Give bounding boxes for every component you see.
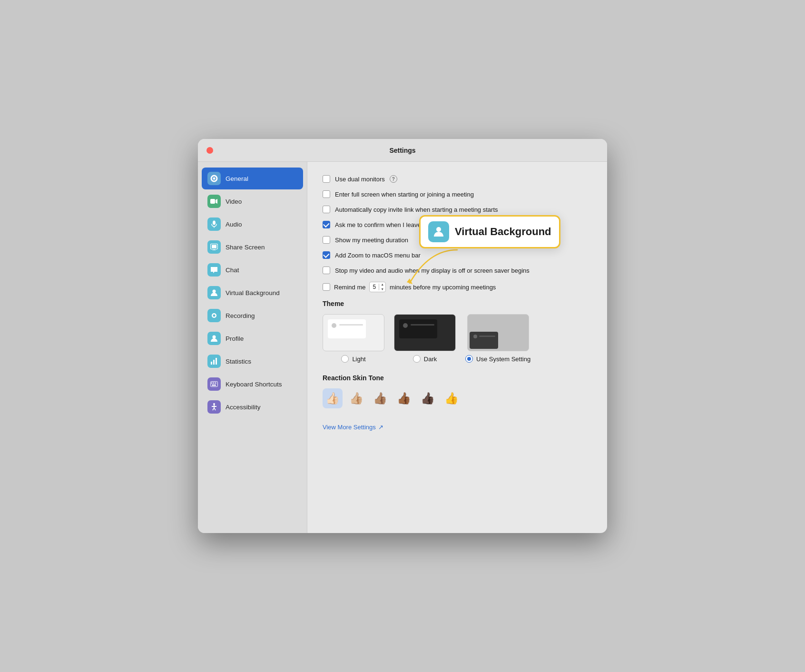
svg-rect-19: [215, 383, 216, 384]
svg-rect-13: [211, 362, 212, 365]
sidebar-item-recording[interactable]: Recording: [202, 305, 303, 326]
sidebar-item-accessibility[interactable]: Accessibility: [202, 396, 303, 418]
radio-label-system: Use System Setting: [476, 356, 530, 363]
checkbox-zoom-menu-bar[interactable]: [323, 251, 330, 259]
radio-row-dark: Dark: [413, 355, 437, 363]
sidebar-label-chat: Chat: [226, 267, 239, 274]
sidebar-item-statistics[interactable]: Statistics: [202, 350, 303, 372]
sidebar-item-profile[interactable]: Profile: [202, 327, 303, 349]
sidebar-label-video: Video: [226, 198, 242, 205]
checkbox-auto-copy[interactable]: [323, 206, 330, 213]
sidebar-label-audio: Audio: [226, 221, 242, 228]
sidebar-label-virtual-background: Virtual Background: [226, 289, 280, 296]
remind-value: 5: [370, 284, 379, 290]
accessibility-icon: [207, 400, 221, 414]
label-zoom-menu-bar: Add Zoom to macOS menu bar: [335, 252, 421, 259]
checkbox-remind[interactable]: [323, 283, 330, 291]
svg-marker-2: [216, 199, 217, 204]
help-icon-dual-monitors[interactable]: ?: [390, 175, 397, 183]
svg-line-24: [213, 408, 214, 410]
setting-row-dual-monitors: Use dual monitors ?: [323, 175, 592, 183]
radio-dark[interactable]: [413, 355, 421, 363]
radio-label-light: Light: [352, 356, 365, 363]
theme-option-light[interactable]: Light: [323, 314, 384, 363]
virtual-background-tooltip: Virtual Background: [419, 215, 560, 248]
skin-tone-option-4[interactable]: 👍🏿: [418, 388, 438, 408]
sidebar-label-accessibility: Accessibility: [226, 404, 261, 411]
setting-row-remind: Remind me 5 ▲ ▼ minutes before my upcomi…: [323, 282, 592, 292]
label-meeting-duration: Show my meeting duration: [335, 237, 408, 244]
svg-point-3: [213, 221, 216, 225]
sidebar: General Video: [198, 162, 307, 533]
sidebar-item-keyboard-shortcuts[interactable]: Keyboard Shortcuts: [202, 373, 303, 395]
svg-point-12: [213, 336, 216, 339]
checkbox-enter-fullscreen[interactable]: [323, 190, 330, 198]
svg-point-11: [213, 315, 216, 317]
theme-options: Light Dark: [323, 314, 592, 363]
checkbox-dual-monitors[interactable]: [323, 175, 330, 183]
dark-preview-inner: [399, 319, 437, 338]
svg-rect-18: [213, 383, 215, 384]
label-auto-copy: Automatically copy invite link when star…: [335, 206, 498, 213]
svg-point-9: [213, 290, 216, 293]
theme-option-dark[interactable]: Dark: [394, 314, 456, 363]
svg-point-26: [436, 227, 441, 232]
setting-row-zoom-menu-bar: Add Zoom to macOS menu bar: [323, 251, 592, 259]
sidebar-label-statistics: Statistics: [226, 358, 251, 365]
sidebar-item-audio[interactable]: Audio: [202, 213, 303, 235]
radio-system[interactable]: [465, 355, 473, 363]
label-remind-suffix: minutes before my upcoming meetings: [390, 284, 496, 291]
chat-icon: [207, 263, 221, 277]
general-icon: [207, 172, 221, 185]
setting-row-enter-fullscreen: Enter full screen when starting or joini…: [323, 190, 592, 198]
skin-tone-option-0[interactable]: 👍🏻: [323, 388, 343, 408]
profile-icon: [207, 332, 221, 345]
close-button[interactable]: [206, 147, 213, 154]
sidebar-item-general[interactable]: General: [202, 168, 303, 189]
skin-tone-option-1[interactable]: 👍🏼: [346, 388, 366, 408]
theme-option-system[interactable]: Use System Setting: [465, 314, 530, 363]
light-preview-inner: [328, 319, 366, 338]
checkbox-stop-video-audio[interactable]: [323, 267, 330, 274]
checkbox-confirm-leave[interactable]: [323, 221, 330, 228]
svg-rect-16: [211, 382, 218, 387]
tooltip-icon: [428, 221, 449, 242]
sidebar-item-share-screen[interactable]: Share Screen: [202, 236, 303, 258]
view-more-settings[interactable]: View More Settings ↗: [323, 424, 592, 431]
remind-stepper[interactable]: 5 ▲ ▼: [369, 282, 386, 292]
settings-window: Settings General: [198, 139, 607, 533]
svg-rect-6: [212, 245, 216, 248]
sidebar-item-virtual-background[interactable]: Virtual Background: [202, 282, 303, 304]
video-icon: [207, 195, 221, 208]
skin-tone-option-5[interactable]: 👍: [442, 388, 461, 408]
statistics-icon: [207, 355, 221, 368]
view-more-label: View More Settings: [323, 424, 376, 431]
radio-label-dark: Dark: [424, 356, 437, 363]
skin-tone-option-3[interactable]: 👍🏾: [394, 388, 414, 408]
external-link-icon: ↗: [378, 424, 383, 431]
svg-line-25: [214, 408, 216, 410]
radio-light[interactable]: [341, 355, 349, 363]
skin-tone-section-title: Reaction Skin Tone: [323, 374, 592, 382]
sidebar-item-video[interactable]: Video: [202, 190, 303, 212]
audio-icon: [207, 217, 221, 231]
system-preview-inner: [470, 332, 498, 349]
checkbox-meeting-duration[interactable]: [323, 236, 330, 244]
keyboard-shortcuts-icon: [207, 377, 221, 391]
stepper-down-arrow[interactable]: ▼: [381, 287, 384, 292]
radio-row-light: Light: [341, 355, 365, 363]
share-screen-icon: [207, 240, 221, 254]
tooltip-label: Virtual Background: [455, 226, 551, 238]
setting-row-stop-video-audio: Stop my video and audio when my display …: [323, 267, 592, 274]
sidebar-label-recording: Recording: [226, 312, 255, 319]
stepper-up-arrow[interactable]: ▲: [381, 282, 384, 287]
sidebar-item-chat[interactable]: Chat: [202, 259, 303, 281]
virtual-background-icon: [207, 286, 221, 299]
label-dual-monitors: Use dual monitors: [335, 176, 385, 183]
setting-row-auto-copy: Automatically copy invite link when star…: [323, 206, 592, 213]
theme-preview-dark: [394, 314, 456, 351]
skin-tone-option-2[interactable]: 👍🏽: [370, 388, 390, 408]
svg-rect-1: [210, 199, 215, 204]
sidebar-label-share-screen: Share Screen: [226, 244, 265, 251]
svg-rect-14: [213, 360, 215, 365]
